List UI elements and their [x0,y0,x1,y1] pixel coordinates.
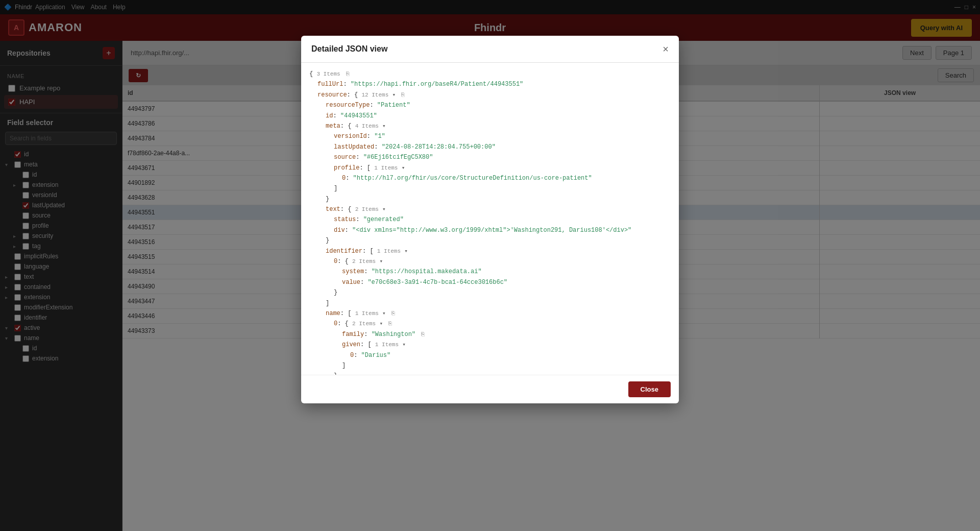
modal-overlay[interactable]: Detailed JSON view × { 3 Items ⎘ fullUrl… [0,0,980,531]
modal-close-x-button[interactable]: × [663,44,669,54]
modal-body: { 3 Items ⎘ fullUrl: "https://hapi.fhir.… [301,63,679,375]
modal-close-button[interactable]: Close [628,381,671,397]
modal-footer: Close [301,375,679,403]
modal-title: Detailed JSON view [311,44,387,54]
modal-header: Detailed JSON view × [301,36,679,63]
detailed-json-modal: Detailed JSON view × { 3 Items ⎘ fullUrl… [301,36,679,403]
